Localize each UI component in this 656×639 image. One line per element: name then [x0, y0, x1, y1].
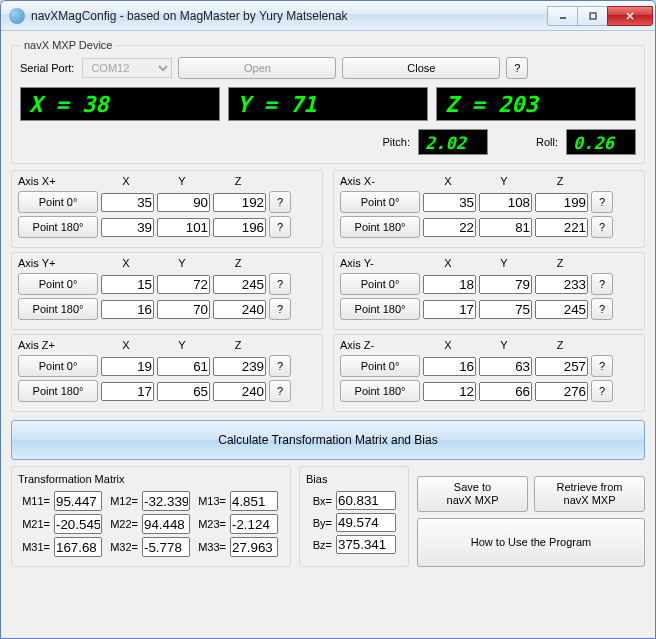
xm-p0-help[interactable]: ? — [591, 191, 613, 213]
ym-p0-help[interactable]: ? — [591, 273, 613, 295]
ym-p0-y[interactable] — [479, 275, 532, 294]
xm-p180-help[interactable]: ? — [591, 216, 613, 238]
zm-p0-x[interactable] — [423, 357, 476, 376]
serial-port-select[interactable]: COM12 — [82, 58, 172, 78]
zp-p180-x[interactable] — [101, 382, 154, 401]
open-button[interactable]: Open — [178, 57, 336, 79]
maximize-button[interactable] — [577, 6, 607, 26]
ym-point0-button[interactable]: Point 0° — [340, 273, 420, 295]
ym-point180-button[interactable]: Point 180° — [340, 298, 420, 320]
xp-p180-help[interactable]: ? — [269, 216, 291, 238]
xp-p180-x[interactable] — [101, 218, 154, 237]
zp-p180-z[interactable] — [213, 382, 266, 401]
xp-p0-help[interactable]: ? — [269, 191, 291, 213]
m13-input[interactable] — [230, 491, 278, 511]
zm-p180-help[interactable]: ? — [591, 380, 613, 402]
zm-p180-x[interactable] — [423, 382, 476, 401]
m23-input[interactable] — [230, 514, 278, 534]
axis-yp-label: Axis Y+ — [18, 257, 98, 269]
zm-point180-button[interactable]: Point 180° — [340, 380, 420, 402]
xm-p0-z[interactable] — [535, 193, 588, 212]
zm-point0-button[interactable]: Point 0° — [340, 355, 420, 377]
xm-p180-y[interactable] — [479, 218, 532, 237]
yp-p180-help[interactable]: ? — [269, 298, 291, 320]
yp-p180-x[interactable] — [101, 300, 154, 319]
titlebar[interactable]: navXMagConfig - based on MagMaster by Yu… — [1, 1, 655, 31]
zp-point0-button[interactable]: Point 0° — [18, 355, 98, 377]
xp-p180-z[interactable] — [213, 218, 266, 237]
minimize-button[interactable] — [547, 6, 577, 26]
zm-p0-y[interactable] — [479, 357, 532, 376]
zm-p180-z[interactable] — [535, 382, 588, 401]
readout-x: X = 38 — [20, 87, 220, 121]
ym-p0-z[interactable] — [535, 275, 588, 294]
m31-input[interactable] — [54, 537, 102, 557]
roll-value: 0.26 — [566, 129, 636, 155]
zp-p0-help[interactable]: ? — [269, 355, 291, 377]
bx-input[interactable] — [336, 491, 396, 510]
readout-y: Y = 71 — [228, 87, 428, 121]
bz-input[interactable] — [336, 535, 396, 554]
zp-p0-x[interactable] — [101, 357, 154, 376]
app-icon — [9, 8, 25, 24]
calculate-button[interactable]: Calculate Transformation Matrix and Bias — [11, 420, 645, 460]
m22-input[interactable] — [142, 514, 190, 534]
save-button[interactable]: Save to navX MXP — [417, 476, 528, 512]
ym-p180-z[interactable] — [535, 300, 588, 319]
xm-point180-button[interactable]: Point 180° — [340, 216, 420, 238]
yp-point180-button[interactable]: Point 180° — [18, 298, 98, 320]
xm-p0-x[interactable] — [423, 193, 476, 212]
xp-point0-button[interactable]: Point 0° — [18, 191, 98, 213]
serial-port-label: Serial Port: — [20, 62, 74, 74]
axis-xm-group: Axis X-XYZ Point 0°? Point 180°? — [333, 170, 645, 248]
xm-p0-y[interactable] — [479, 193, 532, 212]
m33-input[interactable] — [230, 537, 278, 557]
yp-p0-x[interactable] — [101, 275, 154, 294]
axis-ym-label: Axis Y- — [340, 257, 420, 269]
xm-point0-button[interactable]: Point 0° — [340, 191, 420, 213]
axis-zm-group: Axis Z-XYZ Point 0°? Point 180°? — [333, 334, 645, 412]
zm-p0-z[interactable] — [535, 357, 588, 376]
zp-p0-z[interactable] — [213, 357, 266, 376]
zp-p0-y[interactable] — [157, 357, 210, 376]
ym-p180-x[interactable] — [423, 300, 476, 319]
xp-point180-button[interactable]: Point 180° — [18, 216, 98, 238]
ym-p0-x[interactable] — [423, 275, 476, 294]
close-button[interactable]: Close — [342, 57, 500, 79]
axis-ym-group: Axis Y-XYZ Point 0°? Point 180°? — [333, 252, 645, 330]
xm-p180-z[interactable] — [535, 218, 588, 237]
ym-p180-y[interactable] — [479, 300, 532, 319]
m11-input[interactable] — [54, 491, 102, 511]
m32-input[interactable] — [142, 537, 190, 557]
bias-legend: Bias — [306, 473, 402, 485]
zm-p0-help[interactable]: ? — [591, 355, 613, 377]
yp-point0-button[interactable]: Point 0° — [18, 273, 98, 295]
yp-p0-y[interactable] — [157, 275, 210, 294]
xp-p180-y[interactable] — [157, 218, 210, 237]
zp-p180-help[interactable]: ? — [269, 380, 291, 402]
zm-p180-y[interactable] — [479, 382, 532, 401]
m21-input[interactable] — [54, 514, 102, 534]
device-legend: navX MXP Device — [20, 39, 116, 51]
close-window-button[interactable] — [607, 6, 653, 26]
yp-p180-y[interactable] — [157, 300, 210, 319]
zp-p180-y[interactable] — [157, 382, 210, 401]
axis-xm-label: Axis X- — [340, 175, 420, 187]
xp-p0-x[interactable] — [101, 193, 154, 212]
app-window: navXMagConfig - based on MagMaster by Yu… — [0, 0, 656, 639]
zp-point180-button[interactable]: Point 180° — [18, 380, 98, 402]
by-input[interactable] — [336, 513, 396, 532]
axis-zp-label: Axis Z+ — [18, 339, 98, 351]
xp-p0-y[interactable] — [157, 193, 210, 212]
yp-p180-z[interactable] — [213, 300, 266, 319]
device-help-button[interactable]: ? — [506, 57, 528, 79]
howto-button[interactable]: How to Use the Program — [417, 518, 645, 567]
yp-p0-z[interactable] — [213, 275, 266, 294]
retrieve-button[interactable]: Retrieve from navX MXP — [534, 476, 645, 512]
ym-p180-help[interactable]: ? — [591, 298, 613, 320]
axis-xp-group: Axis X+XYZ Point 0°? Point 180°? — [11, 170, 323, 248]
yp-p0-help[interactable]: ? — [269, 273, 291, 295]
xm-p180-x[interactable] — [423, 218, 476, 237]
m12-input[interactable] — [142, 491, 190, 511]
xp-p0-z[interactable] — [213, 193, 266, 212]
